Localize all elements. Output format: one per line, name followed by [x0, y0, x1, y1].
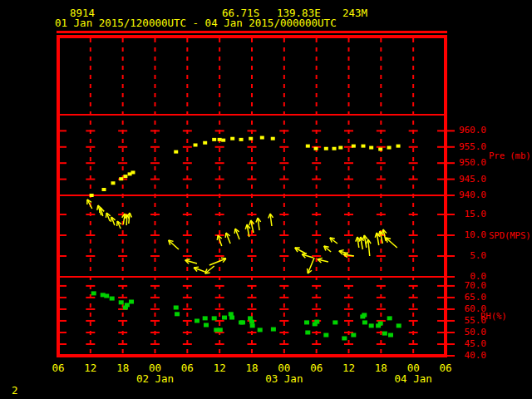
y-tick-label: 5.0 — [451, 251, 486, 261]
x-date-label: 02 Jan — [131, 374, 180, 384]
rh-point — [119, 300, 124, 304]
pressure-point — [131, 170, 135, 174]
rh-point — [397, 323, 401, 328]
pressure-point — [239, 138, 244, 141]
rh-point — [304, 320, 309, 324]
pressure-point — [249, 137, 253, 140]
wind-arrow-head — [234, 229, 235, 234]
wind-speed-axis-label: SPD(MPS) — [489, 230, 531, 240]
rh-point — [271, 328, 276, 332]
pressure-point — [369, 146, 373, 150]
y-tick-label: 45.0 — [451, 339, 486, 349]
rh-point — [314, 320, 319, 324]
rh-point — [222, 316, 227, 320]
rh-point — [229, 316, 234, 320]
x-hour-label: 12 — [208, 363, 231, 373]
x-hour-label: 12 — [337, 363, 361, 373]
pressure-point — [271, 137, 275, 140]
pressure-point — [119, 177, 123, 180]
pressure-point — [306, 145, 310, 148]
wind-arrow-head — [318, 258, 323, 259]
wind-arrow-head — [217, 235, 218, 240]
y-tick-label: 65.0 — [451, 293, 486, 303]
rh-point — [129, 299, 134, 303]
wind-arrow-head — [382, 229, 383, 234]
pressure-point — [338, 146, 342, 150]
wind-arrow-head — [111, 217, 111, 222]
rh-point — [195, 318, 200, 323]
pressure-point — [378, 148, 382, 151]
y-tick-label: 10.0 — [451, 230, 486, 240]
pressure-point — [361, 145, 365, 148]
wind-arrow-head — [185, 259, 190, 260]
rh-point — [240, 320, 245, 324]
y-tick-label: 60.0 — [451, 304, 486, 314]
rh-point — [250, 323, 255, 328]
pressure-point — [387, 146, 392, 150]
page-number: 2 — [12, 386, 18, 396]
x-hour-label: 12 — [79, 363, 102, 373]
rh-point — [342, 336, 347, 340]
rh-point — [249, 320, 254, 324]
pressure-point — [218, 138, 222, 141]
pressure-point — [90, 194, 94, 197]
wind-arrow-head — [117, 221, 118, 226]
rh-point — [174, 305, 179, 309]
x-hour-label: 06 — [305, 363, 328, 373]
rh-point — [378, 322, 383, 326]
wind-arrow-head — [339, 250, 344, 251]
x-hour-label: 06 — [47, 363, 70, 373]
wind-arrow-head — [308, 268, 308, 273]
pressure-point — [230, 137, 234, 140]
pressure-point — [332, 147, 337, 150]
x-hour-label: 06 — [175, 363, 199, 373]
pressure-point — [397, 145, 401, 148]
y-tick-label: 55.0 — [451, 316, 486, 326]
rh-point — [332, 320, 337, 324]
rh-point — [258, 328, 263, 332]
rh-point — [369, 323, 374, 328]
y-tick-label: 940.0 — [451, 190, 486, 200]
wind-arrow-head — [194, 267, 199, 268]
pressure-point — [111, 181, 116, 185]
pressure-point — [174, 150, 178, 154]
wind-arrow-head — [225, 233, 226, 238]
rh-point — [104, 293, 109, 298]
rh-point — [387, 316, 392, 320]
rh-point — [362, 313, 367, 317]
y-tick-label: 950.0 — [451, 158, 486, 168]
wind-arrow-head — [245, 224, 247, 229]
pressure-point — [352, 145, 356, 148]
rh-point — [382, 332, 387, 336]
rh-point — [125, 303, 130, 307]
wind-arrow-head — [97, 205, 98, 210]
wind-arrow-head — [106, 213, 106, 218]
wind-arrow-head — [362, 235, 364, 240]
pressure-point — [203, 141, 207, 145]
pressure-point — [221, 139, 225, 142]
pressure-point — [194, 143, 198, 146]
wind-arrow-head — [356, 237, 357, 242]
wind-arrow-head — [375, 233, 377, 238]
x-date-label: 04 Jan — [388, 374, 438, 384]
x-hour-label: 06 — [434, 363, 457, 373]
wind-arrow-head — [268, 214, 270, 219]
x-date-label: 03 Jan — [259, 374, 309, 384]
time-range-title: 01 Jan 2015/120000UTC - 04 Jan 2015/0000… — [55, 18, 337, 28]
rh-point — [212, 316, 217, 320]
rh-point — [388, 333, 393, 337]
station-elevation: 243M — [342, 8, 367, 18]
y-tick-label: 960.0 — [451, 126, 486, 135]
x-hour-label: 18 — [111, 363, 135, 373]
x-hour-label: 18 — [369, 363, 392, 373]
rh-point — [323, 333, 328, 337]
y-tick-label: 945.0 — [451, 175, 486, 185]
y-tick-label: 15.0 — [451, 209, 486, 219]
pressure-point — [102, 188, 106, 191]
rh-point — [218, 328, 223, 332]
meteogram-screen: 8914 66.71S 139.83E 243M 01 Jan 2015/120… — [0, 0, 532, 399]
pressure-axis-label: Pre (mb) — [489, 150, 531, 160]
wind-arrow-shaft — [386, 238, 397, 248]
rh-point — [305, 330, 310, 334]
rh-point — [362, 320, 367, 324]
